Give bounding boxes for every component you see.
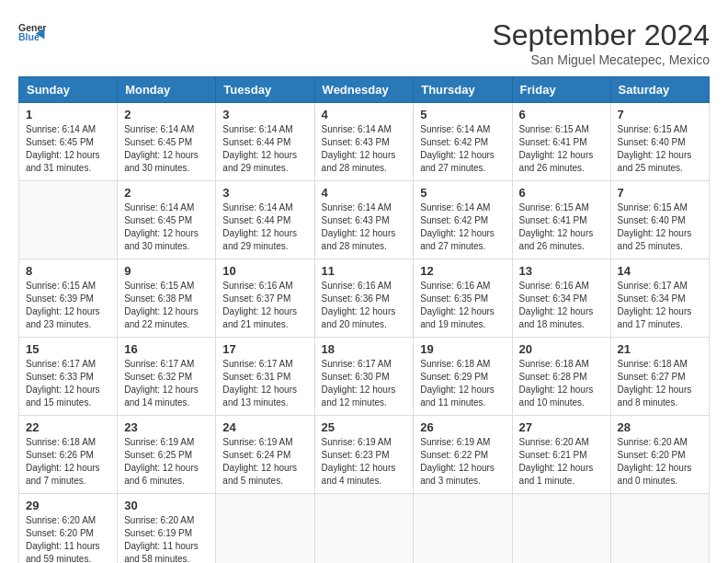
title-block: September 2024 San Miguel Mecatepec, Mex… bbox=[492, 18, 710, 67]
table-row: 18Sunrise: 6:17 AMSunset: 6:30 PMDayligh… bbox=[314, 338, 414, 416]
table-row bbox=[610, 494, 709, 564]
table-row: 7Sunrise: 6:15 AMSunset: 6:40 PMDaylight… bbox=[610, 103, 709, 181]
col-tuesday: Tuesday bbox=[216, 77, 314, 103]
page-header: General Blue September 2024 San Miguel M… bbox=[18, 18, 710, 67]
table-row: 9Sunrise: 6:15 AMSunset: 6:38 PMDaylight… bbox=[118, 259, 216, 338]
table-row: 12Sunrise: 6:16 AMSunset: 6:35 PMDayligh… bbox=[414, 259, 512, 338]
calendar-header-row: Sunday Monday Tuesday Wednesday Thursday… bbox=[19, 77, 710, 103]
col-friday: Friday bbox=[512, 77, 610, 103]
table-row: 19Sunrise: 6:18 AMSunset: 6:29 PMDayligh… bbox=[414, 338, 512, 416]
col-thursday: Thursday bbox=[414, 77, 512, 103]
table-row: 16Sunrise: 6:17 AMSunset: 6:32 PMDayligh… bbox=[118, 338, 216, 416]
table-row: 2Sunrise: 6:14 AMSunset: 6:45 PMDaylight… bbox=[118, 103, 216, 181]
table-row bbox=[216, 494, 314, 564]
table-row: 27Sunrise: 6:20 AMSunset: 6:21 PMDayligh… bbox=[512, 416, 610, 494]
table-row: 26Sunrise: 6:19 AMSunset: 6:22 PMDayligh… bbox=[414, 416, 512, 494]
table-row bbox=[19, 181, 118, 259]
table-row: 23Sunrise: 6:19 AMSunset: 6:25 PMDayligh… bbox=[118, 416, 216, 494]
svg-text:Blue: Blue bbox=[18, 31, 40, 42]
table-row: 5Sunrise: 6:14 AMSunset: 6:42 PMDaylight… bbox=[414, 103, 512, 181]
table-row: 30Sunrise: 6:20 AMSunset: 6:19 PMDayligh… bbox=[118, 494, 216, 564]
table-row: 20Sunrise: 6:18 AMSunset: 6:28 PMDayligh… bbox=[512, 338, 610, 416]
table-row: 3Sunrise: 6:14 AMSunset: 6:44 PMDaylight… bbox=[216, 181, 314, 259]
col-saturday: Saturday bbox=[610, 77, 709, 103]
calendar-table: Sunday Monday Tuesday Wednesday Thursday… bbox=[18, 76, 710, 563]
logo-icon: General Blue bbox=[18, 18, 46, 46]
table-row: 24Sunrise: 6:19 AMSunset: 6:24 PMDayligh… bbox=[216, 416, 314, 494]
table-row: 1Sunrise: 6:14 AMSunset: 6:45 PMDaylight… bbox=[19, 103, 118, 181]
table-row bbox=[414, 494, 512, 564]
calendar-location: San Miguel Mecatepec, Mexico bbox=[492, 52, 710, 67]
table-row: 3Sunrise: 6:14 AMSunset: 6:44 PMDaylight… bbox=[216, 103, 314, 181]
table-row: 4Sunrise: 6:14 AMSunset: 6:43 PMDaylight… bbox=[314, 181, 414, 259]
table-row: 22Sunrise: 6:18 AMSunset: 6:26 PMDayligh… bbox=[19, 416, 118, 494]
table-row: 4Sunrise: 6:14 AMSunset: 6:43 PMDaylight… bbox=[314, 103, 414, 181]
table-row: 13Sunrise: 6:16 AMSunset: 6:34 PMDayligh… bbox=[512, 259, 610, 338]
table-row: 2Sunrise: 6:14 AMSunset: 6:45 PMDaylight… bbox=[118, 181, 216, 259]
table-row: 10Sunrise: 6:16 AMSunset: 6:37 PMDayligh… bbox=[216, 259, 314, 338]
table-row: 21Sunrise: 6:18 AMSunset: 6:27 PMDayligh… bbox=[610, 338, 709, 416]
table-row: 17Sunrise: 6:17 AMSunset: 6:31 PMDayligh… bbox=[216, 338, 314, 416]
col-wednesday: Wednesday bbox=[314, 77, 414, 103]
table-row: 6Sunrise: 6:15 AMSunset: 6:41 PMDaylight… bbox=[512, 181, 610, 259]
table-row: 5Sunrise: 6:14 AMSunset: 6:42 PMDaylight… bbox=[414, 181, 512, 259]
table-row: 8Sunrise: 6:15 AMSunset: 6:39 PMDaylight… bbox=[19, 259, 118, 338]
logo: General Blue bbox=[18, 18, 46, 46]
table-row: 11Sunrise: 6:16 AMSunset: 6:36 PMDayligh… bbox=[314, 259, 414, 338]
table-row bbox=[512, 494, 610, 564]
table-row: 14Sunrise: 6:17 AMSunset: 6:34 PMDayligh… bbox=[610, 259, 709, 338]
table-row: 29Sunrise: 6:20 AMSunset: 6:20 PMDayligh… bbox=[19, 494, 118, 564]
calendar-title: September 2024 bbox=[492, 18, 710, 52]
col-monday: Monday bbox=[118, 77, 216, 103]
table-row: 28Sunrise: 6:20 AMSunset: 6:20 PMDayligh… bbox=[610, 416, 709, 494]
table-row: 15Sunrise: 6:17 AMSunset: 6:33 PMDayligh… bbox=[19, 338, 118, 416]
table-row: 7Sunrise: 6:15 AMSunset: 6:40 PMDaylight… bbox=[610, 181, 709, 259]
table-row bbox=[314, 494, 414, 564]
col-sunday: Sunday bbox=[19, 77, 118, 103]
table-row: 25Sunrise: 6:19 AMSunset: 6:23 PMDayligh… bbox=[314, 416, 414, 494]
table-row: 6Sunrise: 6:15 AMSunset: 6:41 PMDaylight… bbox=[512, 103, 610, 181]
